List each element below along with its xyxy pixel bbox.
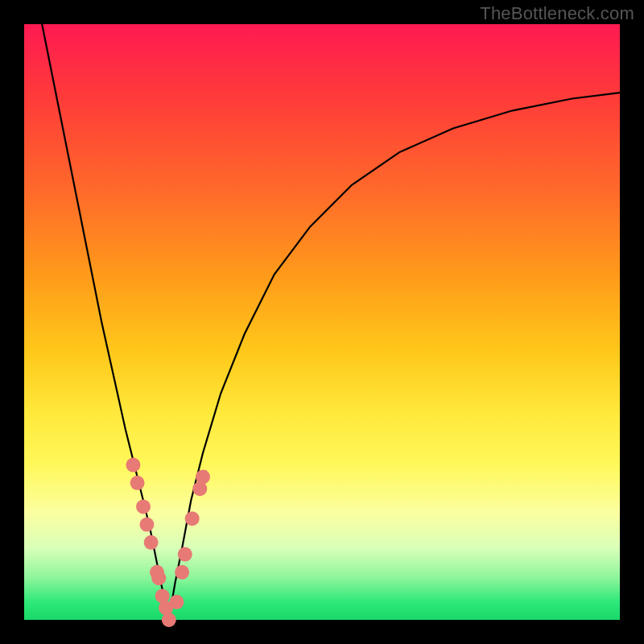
data-marker [126, 458, 140, 473]
data-marker [130, 476, 145, 490]
chart-frame: TheBottleneck.com [0, 0, 644, 644]
watermark-text: TheBottleneck.com [480, 3, 634, 24]
data-marker [162, 613, 176, 627]
series-right-branch [169, 93, 620, 620]
markers-group [126, 458, 210, 627]
plot-area [24, 24, 620, 620]
data-marker [169, 595, 184, 609]
data-marker [196, 469, 210, 484]
data-marker [136, 499, 151, 514]
data-marker [139, 518, 154, 532]
data-marker [144, 535, 159, 550]
data-marker [151, 571, 166, 585]
data-marker [178, 547, 192, 562]
data-marker [175, 565, 189, 580]
data-marker [185, 511, 200, 526]
chart-svg [24, 24, 620, 620]
